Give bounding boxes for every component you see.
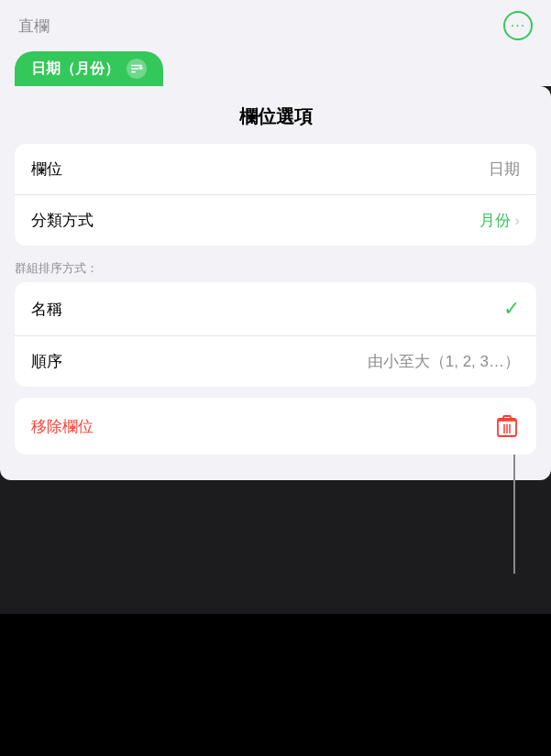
tab-icon — [127, 59, 147, 79]
more-icon: ··· — [511, 18, 525, 33]
order-label: 順序 — [31, 351, 62, 372]
remove-label: 移除欄位 — [31, 416, 94, 437]
order-row: 順序 由小至大（1, 2, 3…） — [15, 336, 536, 387]
checkmark-icon: ✓ — [503, 297, 520, 321]
name-row: 名稱 ✓ — [15, 282, 536, 336]
chevron-icon: › — [514, 212, 520, 230]
top-bar-title: 直欄 — [18, 16, 50, 37]
field-row: 欄位 日期 — [15, 144, 536, 195]
group-sort-label: 群組排序方式： — [0, 257, 551, 282]
tab-bar: 日期（月份） — [0, 48, 551, 86]
connector-line — [513, 455, 515, 574]
tab-date-month[interactable]: 日期（月份） — [15, 51, 163, 86]
field-classify-section: 欄位 日期 分類方式 月份 › — [15, 144, 536, 246]
name-label: 名稱 — [31, 299, 62, 320]
trash-icon — [494, 412, 520, 440]
name-order-section: 名稱 ✓ 順序 由小至大（1, 2, 3…） — [15, 282, 536, 387]
bottom-bar — [0, 614, 551, 756]
field-label: 欄位 — [31, 159, 62, 180]
top-bar: 直欄 ··· — [0, 0, 551, 48]
classify-row[interactable]: 分類方式 月份 › — [15, 195, 536, 246]
remove-section: 移除欄位 — [15, 398, 536, 455]
remove-row[interactable]: 移除欄位 — [15, 398, 536, 455]
sort-icon — [130, 62, 143, 75]
tab-label: 日期（月份） — [31, 60, 119, 79]
field-options-panel: 欄位選項 欄位 日期 分類方式 月份 › 群組排序方式： 名稱 ✓ 順序 由小至… — [0, 86, 551, 480]
classify-label: 分類方式 — [31, 210, 94, 231]
more-button[interactable]: ··· — [503, 11, 533, 40]
field-value: 日期 — [489, 159, 520, 180]
panel-header: 欄位選項 — [0, 86, 551, 144]
order-value: 由小至大（1, 2, 3…） — [368, 351, 520, 372]
classify-value: 月份 › — [479, 210, 520, 231]
